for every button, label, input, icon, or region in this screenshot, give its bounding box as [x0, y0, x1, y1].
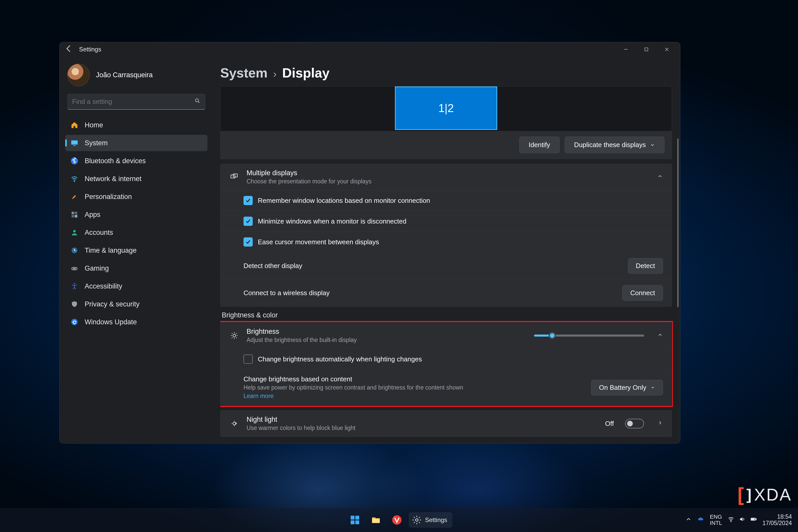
bluetooth-icon	[70, 157, 78, 165]
search-field[interactable]	[72, 98, 194, 106]
night-light-toggle[interactable]	[625, 419, 644, 429]
slider-thumb[interactable]	[549, 332, 556, 339]
start-button[interactable]	[346, 511, 364, 529]
connect-button[interactable]: Connect	[622, 285, 663, 301]
titlebar: Settings	[60, 42, 680, 57]
window-title: Settings	[79, 46, 101, 53]
profile-block[interactable]: João Carrasqueira	[67, 64, 205, 86]
opt-minimize-row[interactable]: Minimize windows when a monitor is disco…	[221, 211, 672, 231]
minimize-button[interactable]	[616, 42, 636, 57]
vivaldi-icon[interactable]	[388, 511, 406, 529]
maximize-button[interactable]	[636, 42, 657, 57]
wifi-icon	[70, 175, 78, 183]
detect-button[interactable]: Detect	[628, 258, 663, 274]
row-sub: Help save power by optimizing screen con…	[244, 384, 463, 391]
tray-status[interactable]	[728, 516, 757, 524]
svg-rect-30	[756, 519, 756, 520]
brightness-color-heading: Brightness & color	[222, 311, 672, 319]
svg-rect-2	[71, 140, 78, 145]
brightness-sub: Adjust the brightness of the built-in di…	[247, 337, 357, 343]
brightness-header[interactable]: Brightness Adjust the brightness of the …	[221, 323, 672, 348]
shield-icon	[70, 300, 78, 308]
taskbar-settings-chip[interactable]: Settings	[409, 513, 452, 527]
nav-label: Network & internet	[85, 175, 141, 183]
sun-icon	[229, 331, 240, 340]
brush-icon	[70, 193, 78, 201]
breadcrumb-parent[interactable]: System	[220, 65, 268, 80]
opt-label: Remember window locations based on monit…	[258, 197, 430, 205]
taskbar[interactable]: Settings ENG INTL 18:54 17/05/2024	[0, 508, 798, 532]
nav-accounts[interactable]: Accounts	[65, 224, 207, 241]
svg-point-10	[73, 230, 76, 232]
nav-label: Apps	[85, 211, 100, 219]
svg-rect-17	[231, 175, 235, 178]
checkbox-unchecked-icon[interactable]	[244, 355, 253, 364]
svg-point-27	[416, 519, 418, 521]
chevron-up-icon	[657, 173, 663, 180]
nav-home[interactable]: Home	[65, 117, 207, 133]
learn-more-link[interactable]: Learn more	[244, 393, 274, 400]
svg-point-1	[195, 99, 198, 102]
night-light-icon	[229, 419, 240, 428]
profile-name: João Carrasqueira	[96, 71, 153, 79]
content-brightness-row: Change brightness based on content Help …	[221, 369, 672, 405]
svg-rect-24	[355, 520, 359, 524]
svg-point-5	[74, 181, 75, 182]
tray-chevron-up-icon[interactable]	[685, 516, 692, 524]
clock[interactable]: 18:54 17/05/2024	[762, 514, 792, 527]
night-light-sub: Use warmer colors to help block blue lig…	[247, 424, 356, 432]
back-button[interactable]	[64, 44, 73, 55]
detect-row: Detect other display Detect	[221, 252, 672, 279]
search-icon	[194, 98, 201, 106]
nav-gaming[interactable]: Gaming	[65, 260, 207, 277]
nav-time[interactable]: Time & language	[65, 242, 207, 259]
home-icon	[70, 121, 78, 129]
volume-icon	[739, 516, 745, 524]
breadcrumb: System › Display	[220, 65, 673, 80]
chevron-up-icon	[657, 332, 663, 339]
monitor-tile[interactable]: 1|2	[395, 87, 497, 130]
identify-button[interactable]: Identify	[519, 137, 559, 153]
svg-point-14	[76, 269, 77, 270]
opt-remember-row[interactable]: Remember window locations based on monit…	[221, 190, 672, 211]
nav-personalization[interactable]: Personalization	[65, 189, 207, 205]
display-canvas[interactable]: 1|2	[221, 87, 672, 131]
multiple-displays-header[interactable]: Multiple displays Choose the presentatio…	[221, 164, 672, 190]
scrollbar-thumb[interactable]	[677, 138, 679, 307]
clock-icon	[70, 246, 78, 254]
multi-monitor-icon	[229, 173, 240, 181]
breadcrumb-current: Display	[282, 65, 329, 80]
multiple-displays-card: Multiple displays Choose the presentatio…	[220, 164, 672, 307]
nav-bluetooth[interactable]: Bluetooth & devices	[65, 153, 207, 169]
checkbox-checked-icon[interactable]	[244, 217, 253, 226]
nav-label: Home	[85, 121, 103, 129]
language-indicator[interactable]: ENG INTL	[710, 514, 722, 526]
nav-update[interactable]: Windows Update	[65, 314, 207, 330]
nav-privacy[interactable]: Privacy & security	[65, 296, 207, 312]
display-mode-dropdown[interactable]: Duplicate these displays	[565, 137, 664, 153]
checkbox-checked-icon[interactable]	[244, 238, 253, 247]
main-panel: System › Display 1|2 Identify	[213, 57, 680, 443]
content-brightness-dropdown[interactable]: On Battery Only	[591, 380, 663, 395]
nav-accessibility[interactable]: Accessibility	[65, 278, 207, 294]
brightness-slider[interactable]	[534, 335, 644, 337]
watermark: [ ] XDA	[738, 484, 792, 506]
update-icon	[70, 318, 78, 326]
nav-list: Home System Bluetooth & devices Network …	[65, 117, 207, 330]
nav-apps[interactable]: Apps	[65, 206, 207, 223]
svg-rect-7	[75, 212, 77, 214]
checkbox-checked-icon[interactable]	[244, 196, 253, 205]
explorer-icon[interactable]	[367, 511, 385, 529]
accounts-icon	[70, 228, 78, 236]
auto-brightness-row[interactable]: Change brightness automatically when lig…	[221, 348, 672, 369]
night-light-card[interactable]: Night light Use warmer colors to help bl…	[220, 410, 672, 437]
close-button[interactable]	[657, 42, 677, 57]
opt-ease-row[interactable]: Ease cursor movement between displays	[221, 231, 672, 252]
search-input[interactable]	[67, 94, 205, 110]
nav-network[interactable]: Network & internet	[65, 171, 207, 187]
svg-rect-22	[355, 516, 359, 519]
onedrive-icon[interactable]	[698, 516, 704, 524]
svg-rect-31	[752, 519, 754, 520]
svg-rect-9	[75, 215, 77, 217]
nav-system[interactable]: System	[65, 135, 207, 151]
